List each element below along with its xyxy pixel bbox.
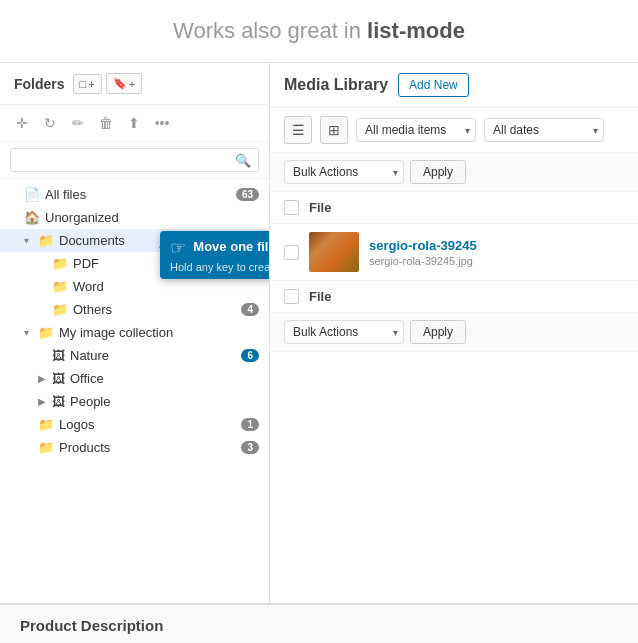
- tree-item-others[interactable]: 📁 Others 4: [0, 298, 269, 321]
- file-checkbox[interactable]: [284, 200, 299, 215]
- refresh-icon[interactable]: ↻: [38, 111, 62, 135]
- new-folder-button[interactable]: □+: [73, 74, 102, 94]
- right-panel: Media Library Add New ☰ ⊞ All media item…: [270, 63, 638, 603]
- new-item-button[interactable]: 🔖+: [106, 73, 142, 94]
- expand-arrow: ▾: [24, 235, 38, 246]
- tree-item-word[interactable]: 📁 Word: [0, 275, 269, 298]
- bottom-section: Product Description: [0, 603, 638, 642]
- more-icon[interactable]: •••: [150, 111, 174, 135]
- media-filter-wrap: All media items Images Audio Video Docum…: [356, 118, 476, 142]
- tree-item-documents[interactable]: ▾ 📁 Documents: [0, 229, 269, 252]
- folder-icon: 🏠: [24, 210, 40, 225]
- file-checkbox-sergio[interactable]: [284, 245, 299, 260]
- folder-icon: 📁: [38, 417, 54, 432]
- tree-item-my-image-collection[interactable]: ▾ 📁 My image collection: [0, 321, 269, 344]
- tree-item-logos[interactable]: 📁 Logos 1: [0, 413, 269, 436]
- bulk-actions-select-top[interactable]: Bulk Actions: [284, 160, 404, 184]
- bulk-actions-select-bottom[interactable]: Bulk Actions: [284, 320, 404, 344]
- tree-item-pdf[interactable]: 📁 PDF: [0, 252, 269, 275]
- media-library-title: Media Library: [284, 76, 388, 94]
- file-checkbox-2[interactable]: [284, 289, 299, 304]
- file-meta-sergio: sergio-rola-39245.jpg: [369, 255, 624, 267]
- date-filter[interactable]: All dates Jan 2024 Feb 2024: [484, 118, 604, 142]
- search-icon: 🔍: [235, 153, 251, 168]
- file-info-sergio: sergio-rola-39245 sergio-rola-39245.jpg: [369, 238, 624, 267]
- tree-item-office[interactable]: ▶ 🖼 Office: [0, 367, 269, 390]
- tree-item-label: Documents: [59, 233, 259, 248]
- file-column-label-2: File: [309, 289, 331, 304]
- folder-icon: 📄: [24, 187, 40, 202]
- tree-item-products[interactable]: 📁 Products 3: [0, 436, 269, 459]
- expand-arrow: ▶: [38, 373, 52, 384]
- list-view-button[interactable]: ☰: [284, 116, 312, 144]
- documents-row-wrap: ▾ 📁 Documents ☞ Move one file Hold any k…: [0, 229, 269, 252]
- tree-item-label: Office: [70, 371, 259, 386]
- item-count-badge: 1: [241, 418, 259, 431]
- file-column-label: File: [309, 200, 331, 215]
- folder-icon: 📁: [52, 256, 68, 271]
- date-filter-wrap: All dates Jan 2024 Feb 2024: [484, 118, 604, 142]
- sidebar-toolbar: ✛ ↻ ✏ 🗑 ⬆ •••: [0, 105, 269, 142]
- expand-arrow: ▾: [24, 327, 38, 338]
- upload-icon[interactable]: ⬆: [122, 111, 146, 135]
- item-count-badge: 6: [241, 349, 259, 362]
- apply-button-top[interactable]: Apply: [410, 160, 466, 184]
- tree-item-label: Nature: [70, 348, 241, 363]
- bulk-actions-select-wrap-top: Bulk Actions: [284, 160, 404, 184]
- file-row-sergio[interactable]: sergio-rola-39245 sergio-rola-39245.jpg: [270, 224, 638, 281]
- expand-arrow: ▶: [38, 396, 52, 407]
- tree-item-label: Logos: [59, 417, 241, 432]
- media-library-header: Media Library Add New: [270, 63, 638, 108]
- folder-tree: 📄 All files 63 🏠 Unorganized ▾ 📁 Documen…: [0, 179, 269, 599]
- media-type-filter[interactable]: All media items Images Audio Video Docum…: [356, 118, 476, 142]
- tree-item-all-files[interactable]: 📄 All files 63: [0, 183, 269, 206]
- folder-icon: 📁: [38, 233, 54, 248]
- bulk-actions-bar-top: Bulk Actions Apply: [270, 153, 638, 192]
- apply-button-bottom[interactable]: Apply: [410, 320, 466, 344]
- sidebar-title: Folders: [14, 76, 65, 92]
- tree-item-nature[interactable]: 🖼 Nature 6: [0, 344, 269, 367]
- main-layout: Folders □+ 🔖+ ✛ ↻ ✏ 🗑 ⬆ ••• 🔍: [0, 63, 638, 603]
- item-count-badge: 3: [241, 441, 259, 454]
- page-header: Works also great in list-mode: [0, 0, 638, 63]
- item-count-badge: 4: [241, 303, 259, 316]
- add-new-button[interactable]: Add New: [398, 73, 469, 97]
- file-header-row-1: File: [270, 192, 638, 224]
- tree-item-label: Others: [73, 302, 241, 317]
- move-icon[interactable]: ✛: [10, 111, 34, 135]
- image-folder-icon: 🖼: [52, 348, 65, 363]
- edit-icon[interactable]: ✏: [66, 111, 90, 135]
- header-text: Works also great in list-mode: [173, 18, 465, 43]
- folder-icon: 📁: [38, 325, 54, 340]
- tree-item-label: My image collection: [59, 325, 259, 340]
- file-name-sergio: sergio-rola-39245: [369, 238, 624, 253]
- tree-item-label: All files: [45, 187, 236, 202]
- folder-search-wrap: 🔍: [0, 142, 269, 179]
- image-folder-icon: 🖼: [52, 394, 65, 409]
- tree-item-unorganized[interactable]: 🏠 Unorganized: [0, 206, 269, 229]
- image-folder-icon: 🖼: [52, 371, 65, 386]
- tree-item-label: People: [70, 394, 259, 409]
- delete-icon[interactable]: 🗑: [94, 111, 118, 135]
- file-thumbnail-sergio: [309, 232, 359, 272]
- tree-item-label: Unorganized: [45, 210, 259, 225]
- media-toolbar: ☰ ⊞ All media items Images Audio Video D…: [270, 108, 638, 153]
- tree-item-label: PDF: [73, 256, 259, 271]
- item-count-badge: 63: [236, 188, 259, 201]
- file-header-row-2: File: [270, 281, 638, 313]
- tree-item-label: Products: [59, 440, 241, 455]
- folder-icon: 📁: [52, 302, 68, 317]
- sidebar-header: Folders □+ 🔖+: [0, 63, 269, 105]
- grid-view-button[interactable]: ⊞: [320, 116, 348, 144]
- sidebar: Folders □+ 🔖+ ✛ ↻ ✏ 🗑 ⬆ ••• 🔍: [0, 63, 270, 603]
- folder-icon: 📁: [38, 440, 54, 455]
- bottom-title: Product Description: [20, 617, 163, 634]
- folder-icon: 📁: [52, 279, 68, 294]
- folder-search-input[interactable]: [10, 148, 259, 172]
- bulk-actions-select-wrap-bottom: Bulk Actions: [284, 320, 404, 344]
- bulk-actions-bar-bottom: Bulk Actions Apply: [270, 313, 638, 352]
- thumbnail-image: [309, 232, 359, 272]
- tree-item-people[interactable]: ▶ 🖼 People: [0, 390, 269, 413]
- tree-item-label: Word: [73, 279, 259, 294]
